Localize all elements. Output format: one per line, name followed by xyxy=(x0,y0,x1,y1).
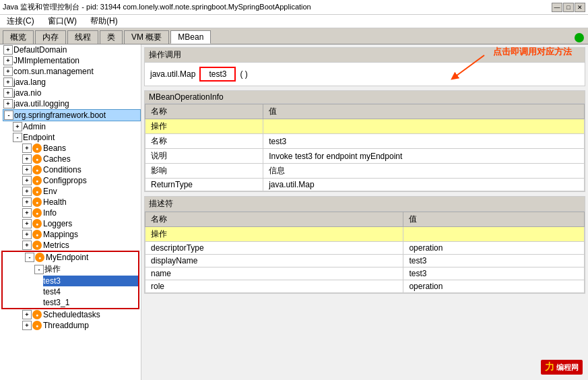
mbean-op-row-name: ReturnType xyxy=(145,179,263,191)
tree-label-conditions: Conditions xyxy=(43,165,81,175)
expand-java-util-logging[interactable]: + xyxy=(3,99,13,108)
bean-icon-info: ● xyxy=(32,208,42,218)
tree-label-org-springframework: org.springframework.boot xyxy=(14,110,106,120)
tree-item-ops-group[interactable]: - 操作 xyxy=(34,263,138,276)
tree-item-java-nio[interactable]: + java.nio xyxy=(3,88,141,98)
expand-ops[interactable]: - xyxy=(34,265,44,274)
tree-label-threaddump: Threaddump xyxy=(43,321,89,330)
tree-item-myendpoint[interactable]: - ● MyEndpoint xyxy=(24,252,138,263)
bean-icon-configprops: ● xyxy=(32,176,42,185)
tree-item-env[interactable]: + ● Env xyxy=(22,186,141,197)
tree-item-endpoint[interactable]: - Endpoint xyxy=(12,132,141,143)
tree-label-caches: Caches xyxy=(43,154,71,164)
operation-row: java.util.Map test3 ( ) xyxy=(145,63,585,86)
expand-scheduledtasks[interactable]: + xyxy=(22,310,32,319)
expand-endpoint[interactable]: - xyxy=(13,133,22,142)
tree-label-scheduledtasks: Scheduledtasks xyxy=(43,310,100,319)
expand-beans[interactable]: + xyxy=(22,144,32,153)
tree-item-java-util-logging[interactable]: + java.util.logging xyxy=(3,98,141,109)
descriptor-table: 名称 值 操作descriptorTypeoperationdisplayNam… xyxy=(145,212,585,293)
tree-item-beans[interactable]: + ● Beans xyxy=(22,143,141,154)
tree-item-test3[interactable]: test3 xyxy=(43,276,138,286)
mbean-op-row-name: 影响 xyxy=(145,164,263,179)
tab-vm-summary[interactable]: VM 概要 xyxy=(124,30,169,44)
tree-item-scheduledtasks[interactable]: + ● Scheduledtasks xyxy=(22,309,141,320)
tree-item-test3-1[interactable]: test3_1 xyxy=(43,297,138,308)
expand-defaultdomain[interactable]: + xyxy=(3,45,13,55)
expand-loggers[interactable]: + xyxy=(22,219,32,228)
tree-label-java-util-logging: java.util.logging xyxy=(13,99,69,108)
expand-health[interactable]: + xyxy=(22,197,32,207)
descriptor-row: 操作 xyxy=(145,227,585,242)
descriptor-row-value: operation xyxy=(403,280,585,293)
expand-info[interactable]: + xyxy=(22,208,32,218)
tab-threads[interactable]: 线程 xyxy=(67,30,98,44)
method-params: ( ) xyxy=(240,69,247,79)
tree-item-java-lang[interactable]: + java.lang xyxy=(3,77,141,88)
expand-org-springframework[interactable]: - xyxy=(4,110,13,120)
menu-connect[interactable]: 连接(C) xyxy=(3,15,38,28)
test3-invoke-button[interactable]: test3 xyxy=(199,67,236,82)
tab-memory[interactable]: 内存 xyxy=(35,30,66,44)
bean-icon-metrics: ● xyxy=(32,241,42,250)
expand-threaddump[interactable]: + xyxy=(22,321,32,330)
tree-item-defaultdomain[interactable]: + DefaultDomain xyxy=(3,44,141,55)
tree-item-jmimplementation[interactable]: + JMImplementation xyxy=(3,55,141,66)
tree-item-conditions[interactable]: + ● Conditions xyxy=(22,164,141,175)
tree-label-ops: 操作 xyxy=(44,263,61,275)
expand-java-lang[interactable]: + xyxy=(3,77,13,87)
descriptor-section: 描述符 名称 值 操作descriptorTypeoperationdispla… xyxy=(144,196,585,294)
close-button[interactable]: ✕ xyxy=(575,3,585,12)
descriptor-row: descriptorTypeoperation xyxy=(145,242,585,255)
tree-item-configprops[interactable]: + ● Configprops xyxy=(22,175,141,186)
expand-caches[interactable]: + xyxy=(22,154,32,164)
tree-item-mappings[interactable]: + ● Mappings xyxy=(22,229,141,240)
tree-item-health[interactable]: + ● Health xyxy=(22,197,141,208)
bean-icon-myendpoint: ● xyxy=(35,253,44,262)
expand-jmimplementation[interactable]: + xyxy=(3,56,13,65)
expand-com-sun[interactable]: + xyxy=(3,67,13,76)
menu-help[interactable]: 帮助(H) xyxy=(86,15,122,28)
bean-icon-env: ● xyxy=(32,187,42,196)
expand-conditions[interactable]: + xyxy=(22,165,32,175)
mbean-op-row: ReturnTypejava.util.Map xyxy=(145,179,585,191)
menu-window[interactable]: 窗口(W) xyxy=(44,15,81,28)
expand-java-nio[interactable]: + xyxy=(3,88,13,98)
descriptor-row-value xyxy=(403,227,585,242)
annotation-text: 点击即调用对应方法 xyxy=(493,46,572,58)
mbean-op-row: 影响信息 xyxy=(145,164,585,179)
tree-label-metrics: Metrics xyxy=(43,241,69,250)
bean-icon-conditions: ● xyxy=(32,165,42,175)
mbean-op-info-table: 名称 值 操作名称test3说明Invoke test3 for endpoin… xyxy=(145,104,585,191)
bean-icon-caches: ● xyxy=(32,154,42,164)
tab-classes[interactable]: 类 xyxy=(100,30,123,44)
tree-item-threaddump[interactable]: + ● Threaddump xyxy=(22,320,141,331)
expand-myendpoint[interactable]: - xyxy=(25,253,34,262)
tree-item-caches[interactable]: + ● Caches xyxy=(22,154,141,164)
expand-admin[interactable]: + xyxy=(13,122,22,131)
tab-overview[interactable]: 概览 xyxy=(3,30,34,44)
tree-item-loggers[interactable]: + ● Loggers xyxy=(22,218,141,229)
expand-mappings[interactable]: + xyxy=(22,230,32,239)
tab-mbean[interactable]: MBean xyxy=(170,30,211,44)
expand-metrics[interactable]: + xyxy=(22,241,32,250)
tree-label-health: Health xyxy=(43,197,67,207)
app-title: Java 监视和管理控制台 - pid: 31944 com.lonely.wo… xyxy=(3,2,311,12)
tree-item-info[interactable]: + ● Info xyxy=(22,208,141,218)
tree-item-metrics[interactable]: + ● Metrics xyxy=(22,240,141,251)
tree-label-configprops: Configprops xyxy=(43,176,87,185)
status-indicator xyxy=(573,32,585,44)
tree-label-beans: Beans xyxy=(43,144,66,153)
expand-configprops[interactable]: + xyxy=(22,176,32,185)
bean-icon-beans: ● xyxy=(32,144,42,153)
tree-item-admin[interactable]: + Admin xyxy=(12,121,141,132)
tree-label-test3-1: test3_1 xyxy=(43,298,69,307)
minimize-button[interactable]: — xyxy=(552,3,562,12)
maximize-button[interactable]: □ xyxy=(563,3,574,12)
mbean-op-row-value xyxy=(263,119,585,134)
expand-env[interactable]: + xyxy=(22,187,32,196)
tree-item-com-sun[interactable]: + com.sun.management xyxy=(3,66,141,77)
descriptor-row-name: displayName xyxy=(145,255,403,267)
tree-item-org-springframework[interactable]: - org.springframework.boot xyxy=(3,109,141,121)
tree-item-test4[interactable]: test4 xyxy=(43,286,138,297)
